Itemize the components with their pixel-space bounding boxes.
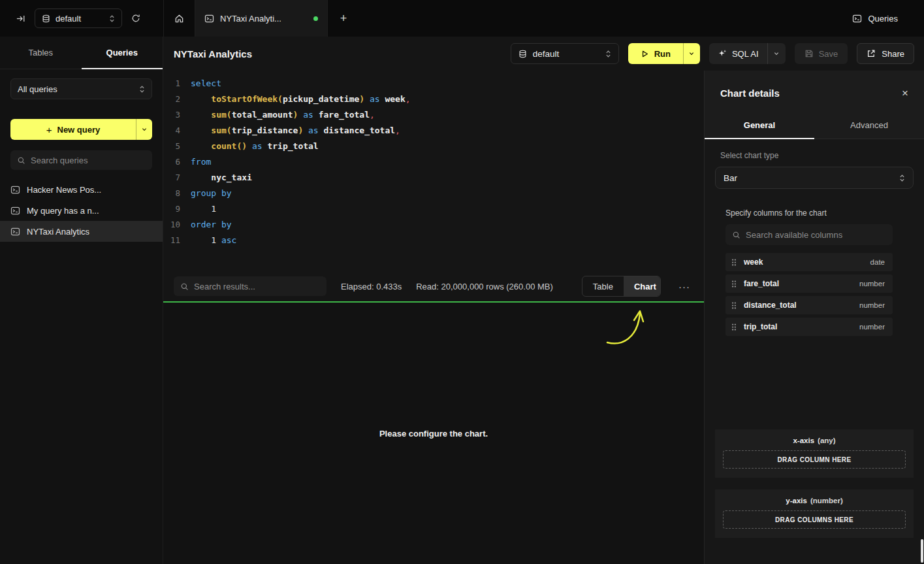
- line-number: 8: [163, 186, 180, 201]
- code-text: nyc_taxi: [180, 170, 252, 186]
- sql-ai-dropdown[interactable]: [767, 43, 786, 64]
- columns-search[interactable]: [725, 224, 893, 245]
- page-title: NYTaxi Analytics: [174, 48, 252, 59]
- database-selector-value: default: [56, 14, 81, 24]
- new-tab-button[interactable]: +: [328, 0, 359, 37]
- code-line[interactable]: 1select: [163, 76, 704, 91]
- code-line[interactable]: 4 sum(trip_distance) as distance_total,: [163, 123, 704, 139]
- y-axis-dropzone[interactable]: DRAG COLUMNS HERE: [723, 510, 906, 529]
- code-line[interactable]: 11 1 asc: [163, 233, 704, 248]
- unsaved-changes-dot: [313, 16, 318, 21]
- chart-empty-message: Please configure the chart.: [379, 429, 488, 439]
- code-line[interactable]: 6from: [163, 154, 704, 170]
- share-button[interactable]: Share: [857, 43, 914, 64]
- run-options-dropdown[interactable]: [683, 43, 700, 64]
- sidebar-tab-queries[interactable]: Queries: [82, 37, 163, 69]
- results-more-button[interactable]: ···: [675, 281, 693, 292]
- sql-ai-button[interactable]: SQL AI: [709, 43, 786, 64]
- results-toolbar: Elapsed: 0.433s Read: 20,000,000 rows (2…: [163, 271, 704, 301]
- query-icon: [10, 185, 20, 195]
- column-row[interactable]: weekdate: [725, 253, 893, 271]
- column-type: number: [859, 280, 885, 288]
- column-name: fare_total: [744, 279, 779, 288]
- line-number: 4: [163, 123, 180, 139]
- save-button[interactable]: Save: [795, 43, 848, 64]
- code-line[interactable]: 3 sum(total_amount) as fare_total,: [163, 107, 704, 123]
- chart-panel-tabs: General Advanced: [705, 112, 924, 139]
- column-name: week: [744, 257, 763, 267]
- chart-type-select[interactable]: Bar: [715, 167, 914, 189]
- tab-home[interactable]: [164, 0, 195, 37]
- code-line[interactable]: 7 nyc_taxi: [163, 170, 704, 186]
- query-list-item[interactable]: Hacker News Pos...: [0, 179, 163, 200]
- sidebar-tab-tables[interactable]: Tables: [0, 37, 82, 69]
- results-search[interactable]: [174, 276, 327, 296]
- results-search-input[interactable]: [194, 282, 320, 291]
- chart-panel-top: Chart details × General Advanced: [705, 71, 924, 139]
- line-number: 6: [163, 154, 180, 170]
- query-filter-value: All queries: [18, 84, 57, 94]
- query-list-item[interactable]: NYTaxi Analytics: [0, 221, 163, 242]
- line-number: 5: [163, 139, 180, 154]
- code-line[interactable]: 10order by: [163, 217, 704, 233]
- sidebar: Tables Queries All queries + New query: [0, 37, 163, 564]
- code-text: group by: [180, 186, 232, 201]
- chevron-updown-icon: [139, 85, 145, 93]
- collapse-sidebar-icon[interactable]: [16, 14, 25, 24]
- code-line[interactable]: 2 toStartOfWeek(pickup_datetime) as week…: [163, 91, 704, 107]
- rows-read: Read: 20,000,000 rows (260.00 MB): [416, 282, 553, 291]
- sql-editor[interactable]: 1select2 toStartOfWeek(pickup_datetime) …: [163, 71, 704, 271]
- view-toggle-chart[interactable]: Chart: [624, 276, 661, 296]
- x-axis-dropzone[interactable]: DRAG COLUMN HERE: [723, 450, 906, 469]
- query-list-item[interactable]: My query has a n...: [0, 200, 163, 221]
- refresh-icon[interactable]: [131, 14, 140, 23]
- drag-handle-icon[interactable]: [731, 301, 737, 310]
- elapsed-time: Elapsed: 0.433s: [341, 282, 402, 291]
- query-filter-select[interactable]: All queries: [10, 78, 152, 99]
- database-selector[interactable]: default: [35, 8, 122, 28]
- results-view-toggle: Table Chart: [582, 276, 661, 297]
- chart-panel-title: Chart details: [720, 88, 780, 99]
- queries-menu-button[interactable]: Queries: [852, 0, 924, 37]
- drag-handle-icon[interactable]: [731, 258, 737, 267]
- sql-ai-main[interactable]: SQL AI: [709, 43, 767, 64]
- tab-nytaxi-analytics[interactable]: NYTaxi Analyti...: [195, 0, 328, 37]
- column-row[interactable]: fare_totalnumber: [725, 274, 893, 293]
- run-database-selector[interactable]: default: [511, 43, 619, 64]
- plus-icon: +: [46, 124, 52, 135]
- code-text: from: [180, 154, 211, 170]
- chart-details-panel: Chart details × General Advanced Select …: [704, 71, 924, 564]
- search-icon: [17, 156, 25, 165]
- query-item-label: My query has a n...: [27, 206, 99, 216]
- drag-handle-icon[interactable]: [731, 323, 737, 331]
- axes-section: x-axis(any) DRAG COLUMN HERE y-axis(numb…: [705, 429, 924, 564]
- query-item-label: NYTaxi Analytics: [27, 227, 89, 237]
- sidebar-tabs: Tables Queries: [0, 37, 163, 69]
- scrollbar-thumb[interactable]: [921, 539, 923, 563]
- new-query-button[interactable]: + New query: [10, 119, 152, 140]
- code-line[interactable]: 8group by: [163, 186, 704, 201]
- column-row[interactable]: distance_totalnumber: [725, 296, 893, 314]
- run-button[interactable]: Run: [628, 43, 700, 64]
- run-button-main[interactable]: Run: [628, 43, 683, 64]
- tab-general[interactable]: General: [705, 112, 814, 139]
- view-toggle-table[interactable]: Table: [582, 276, 624, 296]
- query-search[interactable]: [10, 150, 152, 170]
- column-row[interactable]: trip_totalnumber: [725, 318, 893, 336]
- new-query-main[interactable]: + New query: [10, 119, 136, 140]
- code-line[interactable]: 9 1: [163, 201, 704, 217]
- share-icon: [867, 49, 876, 58]
- columns-list: weekdatefare_totalnumberdistance_totalnu…: [725, 253, 893, 339]
- code-line[interactable]: 5 count() as trip_total: [163, 139, 704, 154]
- chart-type-label: Select chart type: [720, 151, 908, 160]
- editor-column: 1select2 toStartOfWeek(pickup_datetime) …: [163, 71, 704, 564]
- drag-handle-icon[interactable]: [731, 280, 737, 288]
- query-icon: [10, 206, 20, 216]
- tab-advanced[interactable]: Advanced: [814, 112, 924, 139]
- query-search-input[interactable]: [31, 156, 146, 165]
- new-query-dropdown[interactable]: [136, 119, 152, 140]
- columns-search-input[interactable]: [746, 230, 886, 240]
- close-icon[interactable]: ×: [902, 88, 908, 99]
- line-number: 11: [163, 233, 180, 248]
- query-tab-icon: [204, 14, 214, 24]
